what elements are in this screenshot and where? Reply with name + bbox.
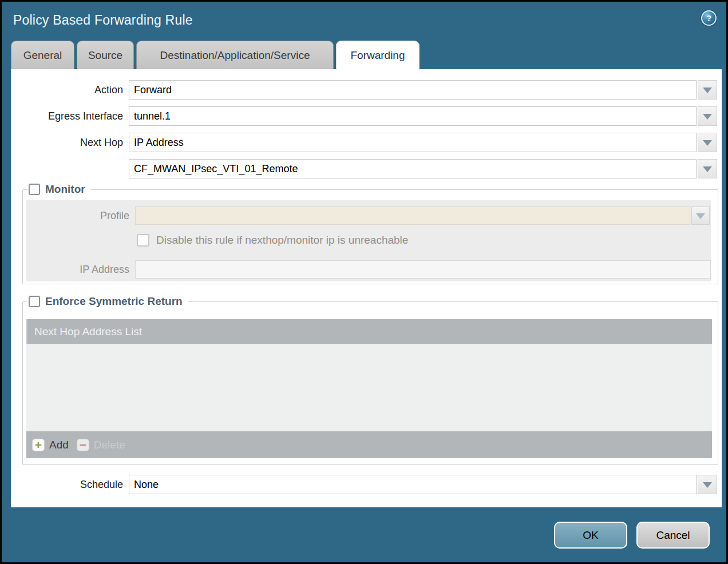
- monitor-panel: Profile Disable this rule if nexthop/mon…: [26, 200, 711, 281]
- table-toolbar: + Add − Delete: [26, 431, 712, 458]
- monitor-checkbox[interactable]: [29, 184, 40, 195]
- tab-bar: General Source Destination/Application/S…: [11, 41, 420, 69]
- minus-icon: −: [77, 439, 89, 451]
- monitor-ip-address-label: IP Address: [26, 260, 129, 279]
- egress-interface-dropdown-button[interactable]: [698, 106, 717, 126]
- cancel-button[interactable]: Cancel: [636, 522, 710, 549]
- plus-icon: +: [32, 439, 45, 451]
- next-hop-address-list-body: [26, 344, 712, 431]
- next-hop-address-list-column-header[interactable]: Next Hop Address List: [26, 319, 712, 344]
- tab-forwarding[interactable]: Forwarding: [336, 41, 420, 70]
- next-hop-type-field[interactable]: [129, 133, 697, 152]
- forwarding-tab-panel: Action Egress Interface Next Hop Monitor: [11, 69, 722, 507]
- schedule-label: Schedule: [11, 475, 123, 494]
- action-field[interactable]: [129, 80, 697, 100]
- add-button-label: Add: [49, 439, 69, 451]
- next-hop-address-field[interactable]: [129, 159, 697, 178]
- schedule-dropdown-button[interactable]: [698, 475, 717, 494]
- title-bar: Policy Based Forwarding Rule ?: [2, 2, 726, 39]
- next-hop-address-dropdown-button[interactable]: [698, 159, 717, 178]
- delete-button[interactable]: − Delete: [77, 439, 125, 451]
- profile-dropdown-button[interactable]: [691, 206, 710, 225]
- dialog-title: Policy Based Forwarding Rule: [13, 13, 193, 28]
- monitor-legend: Monitor: [27, 183, 90, 196]
- next-hop-type-dropdown-button[interactable]: [698, 133, 717, 152]
- next-hop-address-list-table: Next Hop Address List + Add − Delete: [26, 319, 712, 458]
- enforce-symmetric-return-legend: Enforce Symmetric Return: [27, 295, 188, 308]
- enforce-symmetric-return-checkbox[interactable]: [29, 296, 40, 307]
- help-icon[interactable]: ?: [701, 10, 717, 26]
- profile-field[interactable]: [135, 206, 690, 225]
- tab-source[interactable]: Source: [77, 41, 134, 69]
- disable-rule-label: Disable this rule if nexthop/monitor ip …: [156, 232, 408, 248]
- policy-based-forwarding-dialog: Policy Based Forwarding Rule ? General S…: [0, 0, 728, 564]
- disable-rule-checkbox[interactable]: [137, 234, 149, 247]
- enforce-symmetric-return-section: Enforce Symmetric Return Next Hop Addres…: [22, 301, 718, 465]
- monitor-ip-address-field[interactable]: [135, 260, 711, 279]
- action-dropdown-button[interactable]: [698, 80, 717, 100]
- ok-button[interactable]: OK: [554, 522, 627, 549]
- schedule-field[interactable]: [129, 475, 697, 494]
- add-button[interactable]: + Add: [32, 439, 69, 451]
- monitor-section: Monitor Profile Disable this rule if nex…: [22, 189, 718, 284]
- egress-interface-field[interactable]: [129, 106, 697, 126]
- delete-button-label: Delete: [94, 439, 125, 451]
- action-label: Action: [11, 80, 123, 100]
- tab-general[interactable]: General: [11, 41, 74, 69]
- enforce-symmetric-return-legend-label: Enforce Symmetric Return: [45, 295, 183, 308]
- profile-label: Profile: [26, 206, 129, 225]
- egress-interface-label: Egress Interface: [11, 106, 123, 126]
- monitor-legend-label: Monitor: [45, 183, 85, 196]
- next-hop-label: Next Hop: [11, 133, 123, 152]
- tab-destination-application-service[interactable]: Destination/Application/Service: [136, 41, 334, 69]
